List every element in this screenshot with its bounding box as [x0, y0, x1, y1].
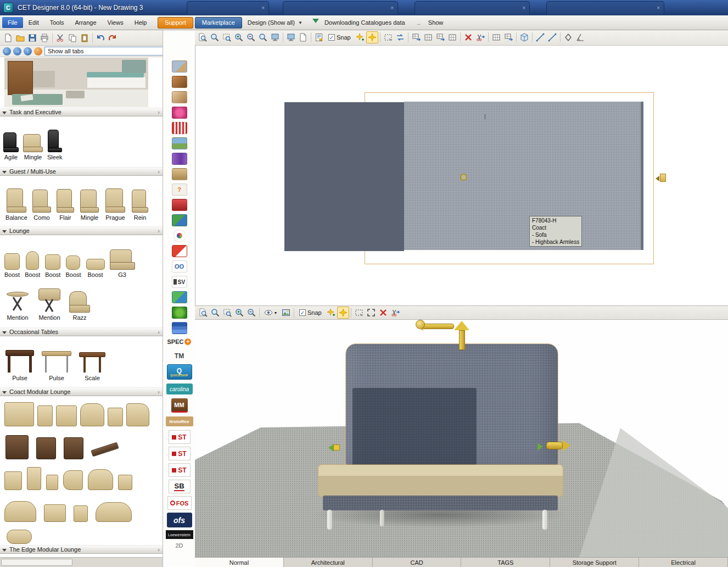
- background-browser-tab[interactable]: ×: [415, 1, 530, 14]
- zoom-drawing-icon[interactable]: [197, 307, 209, 319]
- screw-icon[interactable]: [163, 199, 195, 211]
- product-boost-4[interactable]: Boost: [65, 255, 81, 278]
- arrows-icon[interactable]: [163, 214, 195, 226]
- section-chevron-icon[interactable]: ›: [158, 168, 160, 175]
- module-thumbnail[interactable]: [7, 530, 32, 544]
- plan-viewport-2d[interactable]: F78043-H Coact - Sofa - Highback Armless: [195, 46, 728, 305]
- tm-badge[interactable]: TM: [163, 352, 195, 360]
- module-thumbnail[interactable]: [36, 437, 56, 459]
- favorite-active-icon[interactable]: [366, 31, 378, 43]
- zoom-previous-icon[interactable]: [257, 31, 269, 43]
- carolina-badge[interactable]: carolina: [163, 383, 195, 394]
- module-thumbnail[interactable]: [44, 504, 66, 522]
- open-button[interactable]: [14, 32, 26, 44]
- section-header-edge-modular[interactable]: The Edge Modular Lounge ›: [0, 545, 163, 554]
- oo-logo-icon[interactable]: OO: [163, 260, 195, 273]
- view-settings-icon[interactable]: [285, 31, 297, 43]
- tab-tags[interactable]: TAGS: [461, 558, 550, 567]
- background-browser-tab[interactable]: ×: [546, 1, 664, 14]
- menu-arrange[interactable]: Arrange: [69, 17, 102, 28]
- nav-forward-icon[interactable]: →: [13, 47, 21, 55]
- curtain-icon[interactable]: [163, 153, 195, 165]
- section-header-task-executive[interactable]: Task and Executive ›: [0, 108, 163, 116]
- module-thumbnail[interactable]: [88, 469, 113, 490]
- books-icon[interactable]: [163, 322, 195, 334]
- draw-polyline-icon[interactable]: [546, 31, 558, 43]
- distribute-v-icon[interactable]: [446, 31, 458, 43]
- tab-normal[interactable]: Normal: [195, 558, 284, 567]
- view-mode-dropdown[interactable]: ▼: [261, 307, 280, 319]
- product-mention-2[interactable]: Mention: [37, 288, 61, 321]
- tab-electrical[interactable]: Electrical: [639, 558, 728, 567]
- distribute-h-icon[interactable]: [434, 31, 446, 43]
- product-mingle-guest[interactable]: Mingle: [78, 190, 101, 221]
- module-thumbnail[interactable]: [74, 505, 88, 522]
- redo-button[interactable]: [107, 32, 119, 44]
- new-drawing-button[interactable]: [2, 32, 14, 44]
- cubes-icon[interactable]: [163, 291, 195, 303]
- titlebar[interactable]: × × × × C CET Designer 8.0 (64-bit) - Ne…: [0, 0, 728, 15]
- stretch-handle-arrow-icon[interactable]: [653, 176, 659, 181]
- building-icon[interactable]: [163, 60, 195, 73]
- zoom-in-icon[interactable]: [233, 31, 245, 43]
- product-razz[interactable]: Razz: [69, 291, 90, 321]
- desk-icon[interactable]: [163, 168, 195, 180]
- tab-cad[interactable]: CAD: [373, 558, 462, 567]
- partial-2d-badge[interactable]: 2D: [163, 542, 195, 549]
- swap-direction-icon[interactable]: [394, 31, 406, 43]
- st-badge-3[interactable]: ST: [163, 463, 195, 477]
- ring-icon[interactable]: [163, 230, 195, 242]
- show-link[interactable]: Show: [428, 19, 444, 26]
- favorite-add-icon[interactable]: [354, 31, 366, 43]
- product-balance[interactable]: Balance: [4, 188, 29, 221]
- quickship-badge[interactable]: Q QUICKSHIP: [163, 364, 195, 380]
- st-badge-1[interactable]: ST: [163, 430, 195, 444]
- product-agile[interactable]: Agile: [3, 132, 19, 160]
- landscape-icon[interactable]: [163, 137, 195, 149]
- scrollbar-thumb[interactable]: [1, 559, 72, 566]
- section-chevron-icon[interactable]: ›: [158, 329, 160, 335]
- handle-sphere[interactable]: [416, 320, 425, 329]
- module-thumbnail[interactable]: [4, 402, 34, 426]
- split-stretch-icon[interactable]: [474, 31, 486, 43]
- module-thumbnail[interactable]: [63, 470, 83, 490]
- copy-button[interactable]: [66, 32, 79, 44]
- product-prague[interactable]: Prague: [103, 188, 127, 221]
- module-thumbnail[interactable]: [4, 501, 36, 522]
- section-chevron-icon[interactable]: ›: [158, 388, 160, 395]
- section-chevron-icon[interactable]: ›: [158, 546, 160, 553]
- module-thumbnail[interactable]: [126, 403, 149, 426]
- tab-storage-support[interactable]: Storage Support: [550, 558, 639, 567]
- snap-checkbox-2d[interactable]: ✓: [328, 34, 335, 41]
- mm-badge[interactable]: MM: [163, 398, 195, 413]
- fos-badge[interactable]: FOS: [163, 496, 195, 510]
- cut-button[interactable]: [54, 32, 66, 44]
- clip-view-icon[interactable]: [269, 31, 281, 43]
- flower-icon[interactable]: [163, 107, 195, 119]
- product-boost-1[interactable]: Boost: [4, 253, 20, 278]
- sv-logo-icon[interactable]: SV: [163, 276, 195, 288]
- zoom-extents-icon[interactable]: [209, 307, 221, 319]
- module-thumbnail[interactable]: [5, 435, 29, 459]
- table-insert-icon[interactable]: [490, 31, 502, 43]
- marketplace-button[interactable]: Marketplace: [195, 17, 242, 29]
- product-como[interactable]: Como: [31, 190, 53, 221]
- module-thumbnail[interactable]: [91, 442, 119, 457]
- sofa-3d-model[interactable]: [318, 342, 563, 534]
- product-pulse-1[interactable]: Pulse: [5, 348, 34, 381]
- select-region-icon[interactable]: [382, 31, 394, 43]
- section-chevron-icon[interactable]: ›: [158, 227, 160, 234]
- print-button[interactable]: [38, 32, 51, 44]
- mini-window-icon[interactable]: [297, 31, 309, 43]
- handle-right-arrow-icon[interactable]: [537, 443, 547, 451]
- handle-up-arrow-shaft[interactable]: [459, 330, 465, 350]
- favorite-active-icon[interactable]: [337, 307, 349, 319]
- drafting-tools-icon[interactable]: [163, 91, 195, 103]
- paint-materials-icon[interactable]: [163, 76, 195, 88]
- delete-icon[interactable]: [377, 307, 389, 319]
- draw-line-icon[interactable]: [534, 31, 546, 43]
- snap-checkbox-3d[interactable]: ✓: [299, 309, 306, 316]
- red-wave-icon[interactable]: [163, 122, 195, 134]
- catalogue-room-image[interactable]: [4, 58, 148, 107]
- delete-icon[interactable]: [462, 31, 474, 43]
